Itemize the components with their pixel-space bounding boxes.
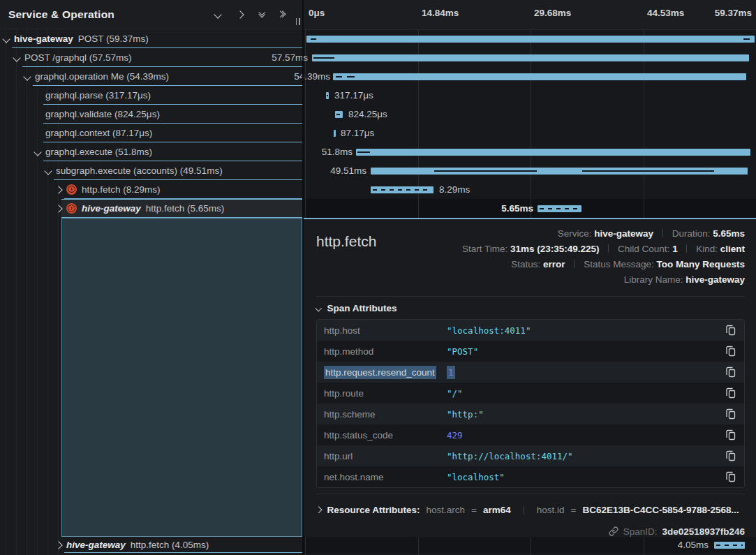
span-id-value: 3de02518937fb246 [662, 526, 745, 537]
chevron-right-icon[interactable] [54, 186, 62, 193]
tree-row-hive-gateway-post[interactable]: hive-gateway POST (59.37ms) [0, 29, 302, 48]
panel-title: Service & Operation [8, 8, 215, 21]
timeline-row[interactable]: 8.29ms [304, 180, 756, 199]
attribute-row[interactable]: http.method "POST" [317, 341, 744, 362]
timeline-row[interactable]: 824.25μs [304, 105, 756, 124]
attribute-row[interactable]: http.scheme "http:" [317, 404, 744, 424]
timeline-row[interactable] [304, 29, 756, 48]
service-name: hive-gateway [82, 203, 141, 214]
copy-icon[interactable] [718, 408, 744, 420]
attribute-row[interactable]: http.route "/" [317, 383, 744, 404]
chevron-right-icon[interactable] [54, 541, 62, 549]
span-bar[interactable] [371, 168, 748, 175]
span-bar[interactable] [538, 205, 581, 212]
chevron-down-icon[interactable] [2, 35, 10, 43]
attribute-row[interactable]: http.host "localhost:4011" [317, 320, 744, 341]
service-name: hive-gateway [14, 34, 73, 44]
panel-divider[interactable] [302, 0, 304, 555]
status-message-value: Too Many Requests [656, 259, 745, 269]
tree-row-graphql-parse[interactable]: graphql.parse (317.17μs) [0, 86, 302, 105]
span-bar[interactable] [371, 186, 433, 193]
copy-icon[interactable] [718, 346, 744, 357]
duration-value: 5.65ms [713, 228, 745, 239]
attribute-row-selected[interactable]: http.request.resend_count 1 [317, 362, 744, 383]
copy-icon[interactable] [718, 471, 744, 482]
tree-row-http-fetch-5ms-selected[interactable]: ! hive-gateway http.fetch (5.65ms) [0, 199, 302, 218]
span-bar[interactable] [312, 54, 749, 61]
tree-row-graphql-operation[interactable]: graphql.operation Me (54.39ms) [0, 67, 302, 86]
service-name: hive-gateway [66, 540, 126, 550]
tree-row-subgraph-execute[interactable]: subgraph.execute (accounts) (49.51ms) [0, 161, 302, 180]
span-bar[interactable] [334, 130, 336, 137]
span-bar[interactable] [356, 149, 750, 156]
collapse-one-icon[interactable] [214, 10, 221, 18]
tree-row-post-graphql[interactable]: POST /graphql (57.57ms) [0, 48, 302, 67]
selected-span-highlight [61, 218, 302, 537]
timeline-row[interactable]: 51.8ms [304, 142, 756, 161]
attribute-row[interactable]: http.url "http://localhost:4011/" [317, 445, 744, 466]
span-attributes-header[interactable]: Span Attributes [316, 297, 745, 319]
meta-line: Start Time: 31ms (23:35:49.225) Child Co… [462, 242, 745, 257]
copy-icon[interactable] [718, 387, 744, 399]
span-bar[interactable] [714, 542, 745, 549]
span-label: graphql.execute (51.8ms) [45, 147, 152, 157]
collapse-all-icon[interactable] [260, 13, 265, 16]
divider [316, 494, 745, 494]
trace-viewer: Service & Operation hive-gateway POST (5… [0, 0, 756, 555]
timeline-panel: 0μs 14.84ms 29.68ms 44.53ms 59.37ms 57.5… [304, 0, 756, 555]
timeline-ruler: 0μs 14.84ms 29.68ms 44.53ms 59.37ms [304, 0, 756, 30]
chevron-down-icon[interactable] [13, 54, 20, 61]
link-icon[interactable] [609, 526, 618, 536]
meta-line: Library Name: hive-gateway [462, 272, 745, 288]
timeline-row[interactable]: 317.17μs [304, 86, 756, 105]
span-meta: Service: hive-gateway Duration: 5.65ms S… [462, 226, 745, 288]
span-detail-panel: http.fetch Service: hive-gateway Duratio… [304, 218, 756, 537]
resource-attributes-row[interactable]: Resource Attributes: host.arch = arm64 h… [316, 497, 745, 522]
tick-label: 59.37ms [715, 8, 752, 18]
copy-icon[interactable] [718, 450, 744, 461]
span-label: graphql.context (87.17μs) [45, 128, 152, 138]
span-label: subgraph.execute (accounts) (49.51ms) [56, 165, 223, 176]
tree-row-graphql-validate[interactable]: graphql.validate (824.25μs) [0, 105, 302, 124]
timeline-row[interactable]: 87.17μs [304, 124, 756, 142]
span-bar[interactable] [306, 36, 755, 43]
attribute-row[interactable]: net.host.name "localhost" [317, 466, 744, 487]
tree-row-graphql-execute[interactable]: graphql.execute (51.8ms) [0, 142, 302, 161]
tree-header: Service & Operation [0, 0, 302, 29]
chevron-down-icon[interactable] [44, 167, 52, 175]
timeline-row-selected[interactable]: 5.65ms [304, 199, 756, 218]
start-time-value: 31ms (23:35:49.225) [510, 244, 600, 254]
span-label: graphql.operation Me (54.39ms) [35, 71, 169, 82]
chevron-down-icon[interactable] [23, 73, 31, 80]
duration-label: 5.65ms [501, 199, 533, 218]
timeline-row[interactable]: 54.39ms [304, 67, 756, 86]
meta-line: Status: error Status Message: Too Many R… [462, 257, 745, 272]
service-value: hive-gateway [594, 228, 653, 239]
tick-label: 0μs [309, 8, 325, 18]
attribute-row[interactable]: http.status_code 429 [317, 424, 744, 445]
copy-icon[interactable] [718, 429, 744, 441]
span-bar[interactable] [326, 92, 329, 99]
attributes-table: http.host "localhost:4011" http.method "… [316, 319, 745, 488]
expand-one-icon[interactable] [236, 10, 244, 18]
copy-icon[interactable] [718, 325, 744, 336]
tree-row-http-fetch-4ms[interactable]: hive-gateway http.fetch (4.05ms) [0, 537, 302, 553]
span-bar[interactable] [333, 73, 746, 80]
duration-label: 317.17μs [334, 86, 373, 105]
copy-icon[interactable] [718, 367, 744, 378]
tree-row-graphql-context[interactable]: graphql.context (87.17μs) [0, 124, 302, 142]
span-bar[interactable] [335, 111, 343, 118]
timeline-row[interactable]: 57.57ms [304, 48, 756, 67]
duration-label: 8.29ms [439, 180, 470, 199]
chevron-down-icon[interactable] [34, 148, 41, 156]
duration-label: 49.51ms [330, 161, 366, 180]
span-label: POST (59.37ms) [78, 34, 149, 44]
tick-label: 44.53ms [647, 8, 684, 18]
timeline-row[interactable]: 49.51ms [304, 161, 756, 180]
expand-all-icon[interactable] [281, 12, 284, 17]
tick-label: 29.68ms [534, 8, 571, 18]
duration-label: 824.25μs [348, 105, 387, 124]
panel-resize-handle[interactable] [296, 18, 300, 25]
span-label: http.fetch (8.29ms) [82, 184, 161, 195]
tree-row-http-fetch-8ms[interactable]: ! http.fetch (8.29ms) [0, 180, 302, 199]
